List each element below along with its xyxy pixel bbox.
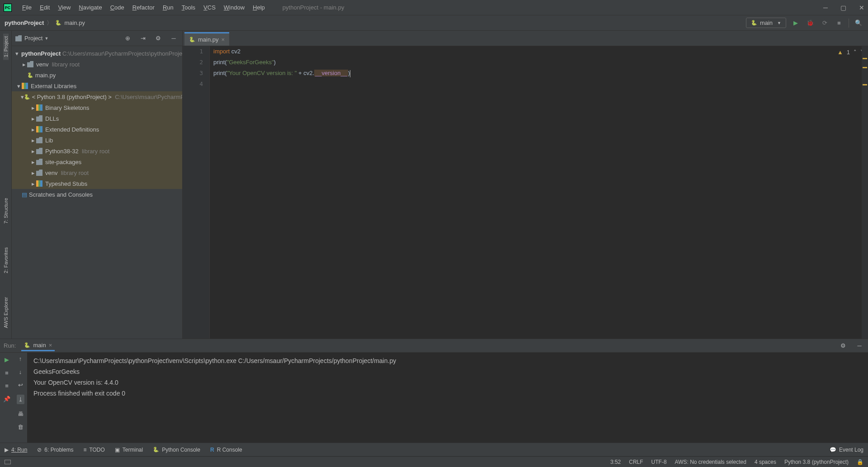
breadcrumb-project[interactable]: pythonProject — [5, 19, 44, 26]
tree-item[interactable]: ▸Extended Definitions — [12, 124, 182, 135]
tool-project[interactable]: 1: Project — [3, 33, 9, 60]
layout-icon[interactable]: ≡ — [5, 382, 9, 389]
menu-tools[interactable]: Tools — [178, 4, 199, 11]
tree-scratches[interactable]: ▤ Scratches and Consoles — [12, 189, 182, 200]
code-line[interactable]: print("Your OpenCV version is: " + cv2._… — [213, 70, 350, 80]
hide-panel-icon[interactable]: ─ — [169, 33, 179, 43]
collapse-icon[interactable]: ⇥ — [138, 33, 148, 43]
code-line[interactable] — [213, 80, 350, 91]
code-line[interactable]: import cv2 — [213, 48, 350, 59]
lock-icon[interactable]: 🔒 — [857, 459, 863, 465]
tool-todo[interactable]: ≡TODO — [83, 447, 104, 453]
stop-button[interactable]: ■ — [834, 18, 844, 28]
print-icon[interactable]: 🖶 — [18, 410, 24, 417]
tree-venv[interactable]: ▸ venv library root — [12, 59, 182, 70]
tree-item[interactable]: ▸DLLs — [12, 113, 182, 124]
inspection-widget[interactable]: ▲ 1 ˄ ˅ — [837, 49, 863, 56]
debug-button[interactable]: 🐞 — [805, 18, 815, 28]
chevron-down-icon[interactable]: ▾ — [21, 94, 24, 100]
run-button[interactable]: ▶ — [791, 18, 801, 28]
locate-icon[interactable]: ⊕ — [123, 33, 132, 43]
maximize-icon[interactable]: ▢ — [840, 4, 846, 11]
menu-view[interactable]: View — [54, 4, 75, 11]
tree-item[interactable]: ▸Python38-32 library root — [12, 146, 182, 156]
tree-item[interactable]: ▸Lib — [12, 135, 182, 146]
soft-wrap-icon[interactable]: ↩ — [18, 382, 23, 388]
stop-icon[interactable]: ■ — [5, 369, 9, 376]
tool-run[interactable]: ▶4: Run — [5, 447, 27, 453]
breadcrumb-file[interactable]: main.py — [64, 19, 85, 26]
prev-highlight-icon[interactable]: ˄ — [854, 49, 857, 56]
tree-python-env[interactable]: ▾ < Python 3.8 (pythonProject) > C:\User… — [12, 91, 182, 102]
caret-position[interactable]: 3:52 — [610, 459, 621, 465]
chevron-right-icon[interactable]: ▸ — [30, 159, 36, 165]
project-root[interactable]: ▾ pythonProject C:\Users\msaur\PycharmPr… — [12, 48, 182, 59]
chevron-down-icon[interactable]: ▾ — [15, 83, 22, 90]
project-panel-title[interactable]: Project — [24, 35, 42, 42]
menu-navigate[interactable]: Navigate — [75, 4, 106, 11]
chevron-right-icon[interactable]: ▸ — [30, 126, 36, 133]
tree-item[interactable]: ▸site-packages — [12, 156, 182, 167]
tree-item[interactable]: ▸venv library root — [12, 167, 182, 178]
clear-icon[interactable]: 🗑 — [18, 424, 24, 430]
tool-aws-explorer[interactable]: AWS Explorer — [3, 294, 9, 331]
chevron-right-icon[interactable]: ▸ — [21, 61, 27, 68]
chevron-right-icon[interactable]: ▸ — [30, 180, 36, 187]
editor-tab[interactable]: main.py × — [184, 32, 229, 46]
tool-terminal[interactable]: ▣Terminal — [115, 447, 143, 453]
tree-item[interactable]: ▸Binary Skeletons — [12, 102, 182, 113]
tree-item[interactable]: ▸Typeshed Stubs — [12, 178, 182, 189]
code-area[interactable]: import cv2print("GeeksForGeeks")print("Y… — [210, 46, 354, 339]
indent-status[interactable]: 4 spaces — [755, 459, 776, 465]
interpreter-status[interactable]: Python 3.8 (pythonProject) — [784, 459, 849, 465]
close-tab-icon[interactable]: × — [49, 342, 52, 349]
tree-external-libraries[interactable]: ▾ External Libraries — [12, 80, 182, 91]
code-line[interactable]: print("GeeksForGeeks") — [213, 59, 350, 70]
line-separator[interactable]: CRLF — [629, 459, 643, 465]
tree-main-file[interactable]: main.py — [12, 70, 182, 80]
scroll-to-end-icon[interactable]: ⤓ — [17, 395, 24, 404]
rerun-icon[interactable]: ▶ — [5, 356, 9, 363]
event-log[interactable]: 💬Event Log — [830, 447, 863, 453]
tool-windows-icon[interactable] — [5, 460, 11, 464]
settings-icon[interactable]: ⚙ — [838, 341, 848, 351]
tool-structure[interactable]: 7: Structure — [3, 195, 9, 226]
editor-body[interactable]: 1234 import cv2print("GeeksForGeeks")pri… — [183, 46, 868, 339]
chevron-right-icon[interactable]: ▸ — [30, 104, 36, 111]
close-tab-icon[interactable]: × — [222, 36, 225, 43]
chevron-right-icon[interactable]: ▸ — [30, 137, 36, 144]
aws-status[interactable]: AWS: No credentials selected — [675, 459, 746, 465]
menu-run[interactable]: Run — [159, 4, 178, 11]
menu-refactor[interactable]: Refactor — [128, 4, 159, 11]
run-config-selector[interactable]: main ▼ — [746, 18, 786, 28]
chevron-down-icon[interactable]: ▼ — [44, 36, 48, 41]
pin-icon[interactable]: 📌 — [3, 396, 10, 402]
menu-file[interactable]: File — [18, 4, 36, 11]
tool-r-console[interactable]: RR Console — [210, 447, 242, 453]
tool-favorites[interactable]: 2: Favorites — [3, 245, 9, 276]
chevron-down-icon[interactable]: ▾ — [15, 50, 19, 57]
hide-panel-icon[interactable]: ─ — [854, 341, 864, 351]
run-tab[interactable]: main × — [21, 340, 55, 351]
up-icon[interactable]: ↑ — [19, 355, 22, 362]
settings-icon[interactable]: ⚙ — [153, 33, 163, 43]
chevron-right-icon[interactable]: ▸ — [30, 170, 36, 176]
chevron-right-icon[interactable]: ▸ — [30, 148, 36, 155]
search-everywhere-icon[interactable]: 🔍 — [854, 18, 863, 28]
console-output[interactable]: C:\Users\msaur\PycharmProjects\pythonPro… — [27, 353, 868, 443]
close-icon[interactable]: ✕ — [859, 4, 864, 11]
menu-window[interactable]: Window — [220, 4, 249, 11]
project-tree[interactable]: ▾ pythonProject C:\Users\msaur\PycharmPr… — [12, 46, 182, 339]
menu-edit[interactable]: Edit — [36, 4, 54, 11]
file-encoding[interactable]: UTF-8 — [651, 459, 667, 465]
error-stripe[interactable] — [862, 46, 868, 339]
minimize-icon[interactable]: ─ — [823, 4, 828, 11]
coverage-button[interactable]: ⟳ — [820, 18, 830, 28]
tool-python-console[interactable]: Python Console — [153, 447, 200, 453]
menu-help[interactable]: Help — [249, 4, 269, 11]
chevron-right-icon[interactable]: ▸ — [30, 115, 36, 122]
menu-code[interactable]: Code — [106, 4, 128, 11]
menu-vcs[interactable]: VCS — [199, 4, 220, 11]
tool-problems[interactable]: ⊘6: Problems — [37, 447, 73, 453]
down-icon[interactable]: ↓ — [19, 368, 22, 375]
